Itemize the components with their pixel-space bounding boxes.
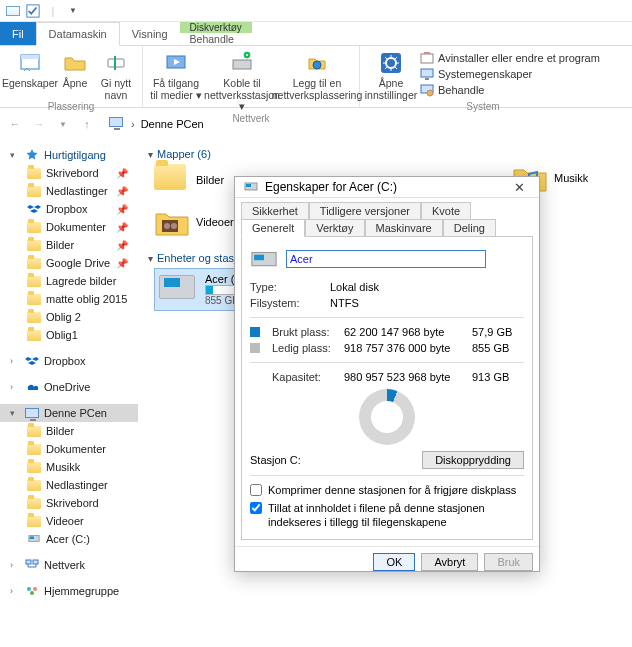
sidebar-item[interactable]: Nedlastinger [0, 476, 138, 494]
folder-icon [154, 164, 190, 196]
properties-icon [17, 50, 43, 76]
svg-rect-20 [33, 560, 38, 564]
apply-button[interactable]: Bruk [484, 553, 533, 571]
map-network-drive-button[interactable]: Koble til nettverksstasjon ▾ [207, 48, 277, 113]
label: Tillat at innholdet i filene på denne st… [268, 502, 524, 530]
dialog-tab-row1: Sikkerhet Tidligere versjoner Kvote [235, 198, 539, 219]
onedrive-node[interactable]: ›OneDrive [0, 378, 138, 396]
tab-manage[interactable]: Behandle [180, 33, 252, 45]
capacity-pie-chart [359, 389, 415, 445]
pin-icon: 📌 [116, 240, 134, 251]
sidebar-item[interactable]: Dropbox📌 [0, 200, 138, 218]
folder-icon [26, 310, 42, 324]
tab-previous-versions[interactable]: Tidligere versjoner [309, 202, 421, 219]
pin-icon: 📌 [116, 204, 134, 215]
rename-button[interactable]: Gi nytt navn [96, 48, 136, 101]
compress-checkbox[interactable] [250, 484, 262, 496]
svg-point-21 [27, 587, 31, 591]
open-settings-button[interactable]: Åpne innstillinger [366, 48, 416, 101]
uninstall-program-button[interactable]: Avinstaller eller endre et program [420, 50, 600, 66]
sidebar-item[interactable]: Nedlastinger📌 [0, 182, 138, 200]
index-checkbox[interactable] [250, 502, 262, 514]
media-icon [163, 50, 189, 76]
manage-button[interactable]: Behandle [420, 82, 600, 98]
folder-icon [26, 292, 42, 306]
sidebar-item[interactable]: Musikk [0, 458, 138, 476]
sidebar-item[interactable]: Lagrede bilder [0, 272, 138, 290]
homegroup-node[interactable]: ›Hjemmegruppe [0, 582, 138, 600]
sidebar-item[interactable]: Oblig 2 [0, 308, 138, 326]
value: 62 200 147 968 byte [344, 326, 464, 338]
label: Videoer [196, 216, 234, 228]
label: Brukt plass: [272, 326, 336, 338]
tab-computer[interactable]: Datamaskin [36, 22, 120, 46]
add-network-location-button[interactable]: Legg til en nettverksplassering [281, 48, 353, 113]
folder-icon [26, 496, 42, 510]
label: Filsystem: [250, 297, 322, 309]
dialog-title: Egenskaper for Acer (C:) [265, 180, 507, 194]
svg-point-9 [313, 61, 321, 69]
network-node[interactable]: ›Nettverk [0, 556, 138, 574]
address-bar[interactable]: › Denne PCen [102, 114, 211, 134]
sidebar-item[interactable]: Oblig1 [0, 326, 138, 344]
folder-icon [26, 220, 42, 234]
dialog-titlebar: Egenskaper for Acer (C:) ✕ [235, 177, 539, 198]
up-button[interactable]: ↑ [78, 115, 96, 133]
tab-general[interactable]: Generelt [241, 219, 305, 237]
checkbox-icon[interactable] [24, 2, 42, 20]
tab-sharing[interactable]: Deling [443, 219, 496, 236]
open-button[interactable]: Åpne [58, 48, 92, 101]
recent-dropdown[interactable]: ▼ [54, 115, 72, 133]
media-access-button[interactable]: Få tilgang til medier ▾ [149, 48, 203, 113]
dropbox-node[interactable]: ›Dropbox [0, 352, 138, 370]
ribbon-tabs: Fil Datamaskin Visning Diskverktøy Behan… [0, 22, 632, 46]
compress-checkbox-row[interactable]: Komprimer denne stasjonen for å frigjøre… [250, 482, 524, 500]
tab-file[interactable]: Fil [0, 22, 36, 45]
tab-quota[interactable]: Kvote [421, 202, 471, 219]
sidebar-item[interactable]: Dokumenter📌 [0, 218, 138, 236]
sidebar-item[interactable]: Acer (C:) [0, 530, 138, 548]
pin-icon: 📌 [116, 258, 134, 269]
cancel-button[interactable]: Avbryt [421, 553, 478, 571]
label: Bilder [196, 174, 224, 186]
sidebar-item[interactable]: Skrivebord📌 [0, 164, 138, 182]
properties-button[interactable]: Egenskaper [6, 48, 54, 101]
this-pc-node[interactable]: ▾Denne PCen [0, 404, 138, 422]
group-caption: Plassering [6, 101, 136, 113]
sidebar-item[interactable]: Dokumenter [0, 440, 138, 458]
volume-name-input[interactable] [286, 250, 486, 268]
tab-security[interactable]: Sikkerhet [241, 202, 309, 219]
properties-icon[interactable] [4, 2, 22, 20]
qat-dropdown-icon[interactable]: ▼ [64, 2, 82, 20]
sidebar-item[interactable]: Bilder [0, 422, 138, 440]
folder-icon [26, 274, 42, 288]
value: 57,9 GB [472, 326, 524, 338]
properties-dialog: Egenskaper for Acer (C:) ✕ Sikkerhet Tid… [234, 176, 540, 572]
disk-cleanup-button[interactable]: Diskopprydding [422, 451, 524, 469]
sidebar-item[interactable]: Bilder📌 [0, 236, 138, 254]
free-space-swatch [250, 343, 260, 353]
index-checkbox-row[interactable]: Tillat at innholdet i filene på denne st… [250, 500, 524, 532]
homegroup-icon [24, 584, 40, 598]
address-text: Denne PCen [141, 118, 204, 130]
system-properties-button[interactable]: Systemegenskaper [420, 66, 600, 82]
sidebar-item[interactable]: Videoer [0, 512, 138, 530]
tab-hardware[interactable]: Maskinvare [365, 219, 443, 236]
tab-tools[interactable]: Verktøy [305, 219, 364, 236]
svg-rect-32 [254, 255, 264, 261]
sidebar-item[interactable]: Google Drive📌 [0, 254, 138, 272]
sidebar-item[interactable]: Skrivebord [0, 494, 138, 512]
forward-button[interactable]: → [30, 115, 48, 133]
onedrive-icon [24, 380, 40, 394]
ok-button[interactable]: OK [373, 553, 415, 571]
svg-point-23 [30, 591, 34, 595]
sidebar-item[interactable]: matte oblig 2015 [0, 290, 138, 308]
folder-icon [26, 460, 42, 474]
quick-access-node[interactable]: ▾ Hurtigtilgang [0, 146, 138, 164]
close-button[interactable]: ✕ [507, 177, 531, 197]
this-pc-icon [109, 117, 125, 131]
back-button[interactable]: ← [6, 115, 24, 133]
tab-view[interactable]: Visning [120, 22, 180, 45]
svg-rect-7 [233, 60, 251, 69]
value: NTFS [330, 297, 359, 309]
